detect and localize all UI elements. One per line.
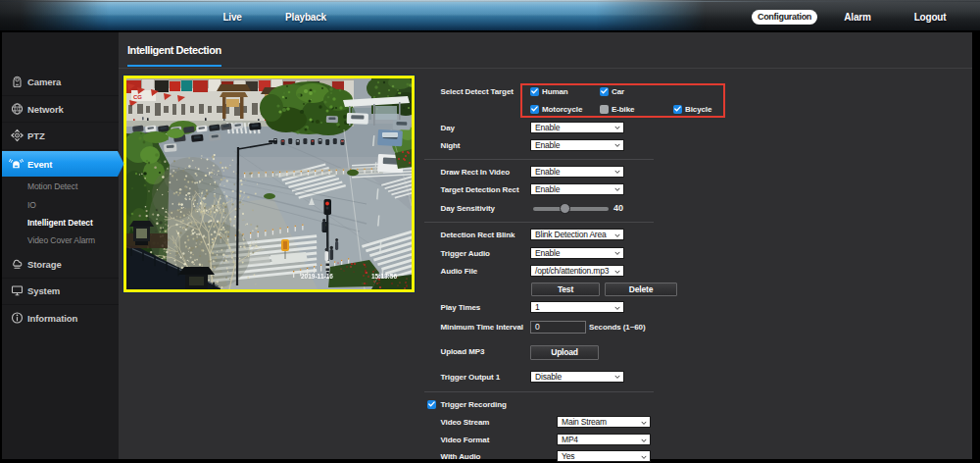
svg-text:15:13:56: 15:13:56 — [371, 273, 397, 280]
svg-text:CG: CG — [133, 94, 142, 100]
svg-text:2019-11-16: 2019-11-16 — [301, 273, 333, 280]
